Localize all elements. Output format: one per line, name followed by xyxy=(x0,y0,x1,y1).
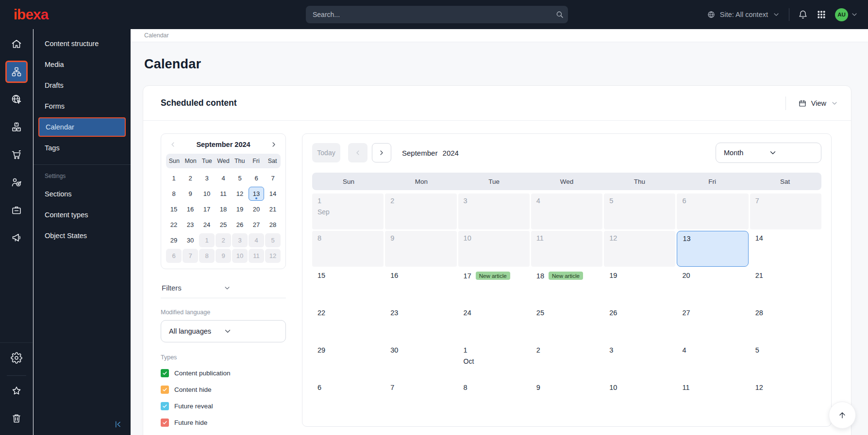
rail-item-bookmarks[interactable] xyxy=(5,380,28,402)
mini-calendar-day[interactable]: 6 xyxy=(166,249,182,263)
sidebar-item-media[interactable]: Media xyxy=(38,55,126,74)
mini-calendar-day[interactable]: 7 xyxy=(183,249,198,263)
mini-calendar-day[interactable]: 9 xyxy=(216,249,231,263)
rail-item-trash[interactable] xyxy=(5,407,28,430)
calendar-day-cell[interactable]: 25 xyxy=(531,306,602,341)
user-menu[interactable]: AU xyxy=(835,8,858,21)
search-input[interactable] xyxy=(306,11,551,18)
mini-calendar-day[interactable]: 23 xyxy=(183,218,198,232)
calendar-day-cell[interactable]: 12 xyxy=(604,231,675,267)
breadcrumb[interactable]: Calendar xyxy=(144,32,169,39)
mini-calendar-day[interactable]: 6 xyxy=(249,171,264,185)
calendar-day-cell[interactable]: 4 xyxy=(677,343,748,379)
next-button[interactable] xyxy=(372,143,391,162)
mini-calendar-day[interactable]: 11 xyxy=(216,187,231,201)
calendar-day-cell[interactable]: 2 xyxy=(531,343,602,379)
type-filter-future-hide[interactable]: Future hide xyxy=(161,419,286,427)
rail-item-settings[interactable] xyxy=(5,347,28,369)
sidebar-item-drafts[interactable]: Drafts xyxy=(38,76,126,95)
sidebar-item-sections[interactable]: Sections xyxy=(38,184,126,204)
mini-calendar-day[interactable]: 29 xyxy=(166,233,182,247)
mini-calendar-day[interactable]: 25 xyxy=(216,218,231,232)
mini-calendar-day[interactable]: 8 xyxy=(199,249,215,263)
event-badge[interactable]: New article xyxy=(476,272,510,280)
calendar-day-cell[interactable]: 21 xyxy=(750,268,821,304)
calendar-day-cell-selected[interactable]: 13 xyxy=(677,231,748,267)
avatar[interactable]: AU xyxy=(835,8,848,21)
calendar-day-cell[interactable]: 26 xyxy=(604,306,675,341)
checkbox-checked-icon[interactable] xyxy=(161,369,169,377)
rail-item-store[interactable] xyxy=(5,199,28,221)
mini-calendar-day[interactable]: 2 xyxy=(183,171,198,185)
checkbox-checked-icon[interactable] xyxy=(161,402,169,410)
rail-item-product-catalog[interactable] xyxy=(5,116,28,138)
mini-calendar-day[interactable]: 10 xyxy=(199,187,215,201)
sidebar-item-content-structure[interactable]: Content structure xyxy=(38,34,126,53)
calendar-day-cell[interactable]: 8 xyxy=(312,231,384,267)
type-filter-content-hide[interactable]: Content hide xyxy=(161,386,286,394)
calendar-day-cell[interactable]: 10 xyxy=(458,231,530,267)
calendar-day-cell[interactable]: 3 xyxy=(458,193,530,229)
mini-calendar-day[interactable]: 18 xyxy=(216,202,231,216)
calendar-day-cell[interactable]: 19 xyxy=(604,268,675,304)
mini-calendar-day[interactable]: 3 xyxy=(199,171,215,185)
calendar-day-cell[interactable]: 6 xyxy=(312,380,384,416)
calendar-day-cell[interactable]: 5 xyxy=(750,343,821,379)
sidebar-item-calendar[interactable]: Calendar xyxy=(38,117,126,137)
site-context-selector[interactable]: Site: All context xyxy=(707,10,780,19)
calendar-day-cell[interactable]: 17New article xyxy=(458,268,530,304)
mini-calendar-day[interactable]: 12 xyxy=(265,249,281,263)
next-month-icon[interactable] xyxy=(270,141,278,148)
mini-calendar-day[interactable]: 16 xyxy=(183,202,198,216)
mini-calendar-day[interactable]: 3 xyxy=(232,233,248,247)
mini-calendar-day[interactable]: 27 xyxy=(249,218,264,232)
mini-calendar-day[interactable]: 30 xyxy=(183,233,198,247)
search-icon[interactable] xyxy=(551,10,568,19)
mini-calendar-day[interactable]: 8 xyxy=(166,187,182,201)
calendar-day-cell[interactable]: 6 xyxy=(677,193,748,229)
filters-header[interactable]: Filters xyxy=(161,284,286,292)
calendar-day-cell[interactable]: 1Oct xyxy=(458,343,530,379)
calendar-day-cell[interactable]: 30 xyxy=(385,343,456,379)
language-select[interactable]: All languages xyxy=(161,320,286,342)
calendar-day-cell[interactable]: 11 xyxy=(531,231,602,267)
mini-calendar-day[interactable]: 5 xyxy=(232,171,248,185)
calendar-day-cell[interactable]: 11 xyxy=(677,380,748,416)
collapse-sidebar-icon[interactable] xyxy=(113,419,123,429)
mini-calendar-day[interactable]: 1 xyxy=(166,171,182,185)
type-filter-future-reveal[interactable]: Future reveal xyxy=(161,402,286,410)
notifications-bell-icon[interactable] xyxy=(798,10,808,19)
calendar-day-cell[interactable]: 5 xyxy=(604,193,675,229)
calendar-day-cell[interactable]: 23 xyxy=(385,306,456,341)
calendar-day-cell[interactable]: 18New article xyxy=(531,268,602,304)
calendar-day-cell[interactable]: 27 xyxy=(677,306,748,341)
mini-calendar-day[interactable]: 7 xyxy=(265,171,281,185)
mini-calendar-day[interactable]: 26 xyxy=(232,218,248,232)
calendar-day-cell[interactable]: 16 xyxy=(385,268,456,304)
mini-calendar-day[interactable]: 1 xyxy=(199,233,215,247)
mini-calendar-day[interactable]: 4 xyxy=(249,233,264,247)
calendar-day-cell[interactable]: 9 xyxy=(385,231,456,267)
calendar-day-cell[interactable]: 12 xyxy=(750,380,821,416)
mini-calendar-day[interactable]: 15 xyxy=(166,202,182,216)
calendar-day-cell[interactable]: 28 xyxy=(750,306,821,341)
calendar-day-cell[interactable]: 3 xyxy=(604,343,675,379)
calendar-day-cell[interactable]: 8 xyxy=(458,380,530,416)
mini-calendar-day[interactable]: 20 xyxy=(249,202,264,216)
mini-calendar-day[interactable]: 10 xyxy=(232,249,248,263)
mini-calendar-day[interactable]: 19 xyxy=(232,202,248,216)
rail-item-site[interactable] xyxy=(5,88,28,111)
calendar-day-cell[interactable]: 1Sep xyxy=(312,193,384,229)
calendar-day-cell[interactable]: 7 xyxy=(750,193,821,229)
today-button[interactable]: Today xyxy=(312,143,340,162)
rail-item-customer[interactable] xyxy=(5,171,28,193)
sidebar-item-forms[interactable]: Forms xyxy=(38,97,126,116)
mini-calendar-day[interactable]: 24 xyxy=(199,218,215,232)
rail-item-content-structure[interactable] xyxy=(5,61,28,83)
calendar-day-cell[interactable]: 24 xyxy=(458,306,530,341)
rail-item-commerce[interactable] xyxy=(5,144,28,166)
mini-calendar-day[interactable]: 2 xyxy=(216,233,231,247)
event-badge[interactable]: New article xyxy=(549,272,583,280)
sidebar-item-object-states[interactable]: Object States xyxy=(38,226,126,245)
mini-calendar-day[interactable]: 9 xyxy=(183,187,198,201)
